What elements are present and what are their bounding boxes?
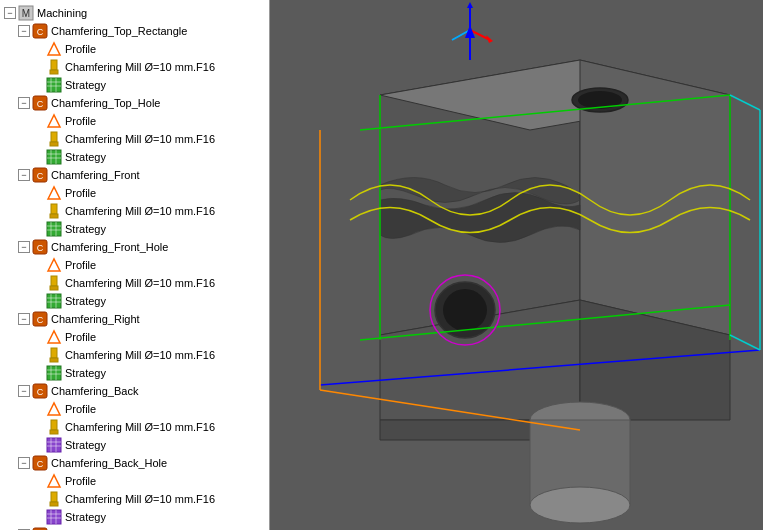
- svg-marker-24: [48, 187, 60, 199]
- svg-rect-36: [50, 286, 58, 290]
- strategy-label-0: Strategy: [65, 79, 106, 91]
- mill-item-2[interactable]: Chamfering Mill Ø=10 mm.F16: [0, 202, 269, 220]
- svg-rect-6: [50, 70, 58, 74]
- mill-item-1[interactable]: Chamfering Mill Ø=10 mm.F16: [0, 130, 269, 148]
- svg-text:M: M: [22, 8, 30, 19]
- expand-icon-3[interactable]: −: [18, 241, 30, 253]
- profile-item-6[interactable]: Profile: [0, 472, 269, 490]
- svg-rect-27: [47, 222, 61, 236]
- expand-icon-1[interactable]: −: [18, 97, 30, 109]
- tree-panel[interactable]: − M Machining − C Chamfering_Top_Rectang…: [0, 0, 270, 530]
- group-item-1[interactable]: − C Chamfering_Top_Hole: [0, 94, 269, 112]
- svg-point-100: [530, 487, 630, 523]
- strategy-icon-1: [46, 149, 62, 165]
- expand-icon-root[interactable]: −: [4, 7, 16, 19]
- mill-item-0[interactable]: Chamfering Mill Ø=10 mm.F16: [0, 58, 269, 76]
- svg-rect-47: [47, 366, 61, 380]
- profile-item-5[interactable]: Profile: [0, 400, 269, 418]
- svg-marker-64: [48, 475, 60, 487]
- profile-label-1: Profile: [65, 115, 96, 127]
- group-item-2[interactable]: − C Chamfering_Front: [0, 166, 269, 184]
- spacer-0: [32, 43, 44, 55]
- mill-label-2: Chamfering Mill Ø=10 mm.F16: [65, 205, 215, 217]
- chamfer-icon-0: C: [32, 23, 48, 39]
- strategy-item-1[interactable]: Strategy: [0, 148, 269, 166]
- mill-label-1: Chamfering Mill Ø=10 mm.F16: [65, 133, 215, 145]
- mill-item-4[interactable]: Chamfering Mill Ø=10 mm.F16: [0, 346, 269, 364]
- 3d-viewport[interactable]: [270, 0, 763, 530]
- machining-icon: M: [18, 5, 34, 21]
- expand-icon-0[interactable]: −: [18, 25, 30, 37]
- svg-rect-45: [51, 348, 57, 358]
- strategy-item-2[interactable]: Strategy: [0, 220, 269, 238]
- svg-rect-37: [47, 294, 61, 308]
- expand-icon-5[interactable]: −: [18, 385, 30, 397]
- svg-rect-55: [51, 420, 57, 430]
- profile-icon-3: [46, 257, 62, 273]
- profile-icon-0: [46, 41, 62, 57]
- expand-icon-6[interactable]: −: [18, 457, 30, 469]
- profile-item-3[interactable]: Profile: [0, 256, 269, 274]
- chamfer-icon-6: C: [32, 455, 48, 471]
- svg-rect-5: [51, 60, 57, 70]
- profile-icon-2: [46, 185, 62, 201]
- profile-item-4[interactable]: Profile: [0, 328, 269, 346]
- profile-item-1[interactable]: Profile: [0, 112, 269, 130]
- profile-label-6: Profile: [65, 475, 96, 487]
- mill-icon-2: [46, 203, 62, 219]
- strategy-icon-0: [46, 77, 62, 93]
- profile-label-4: Profile: [65, 331, 96, 343]
- chamfer-icon-4: C: [32, 311, 48, 327]
- group-item-0[interactable]: − C Chamfering_Top_Rectangle: [0, 22, 269, 40]
- strategy-item-4[interactable]: Strategy: [0, 364, 269, 382]
- expand-icon-4[interactable]: −: [18, 313, 30, 325]
- group-item-4[interactable]: − C Chamfering_Right: [0, 310, 269, 328]
- svg-rect-15: [51, 132, 57, 142]
- profile-label-0: Profile: [65, 43, 96, 55]
- profile-icon-1: [46, 113, 62, 129]
- group-label-2: Chamfering_Front: [51, 169, 140, 181]
- profile-label-2: Profile: [65, 187, 96, 199]
- svg-text:C: C: [37, 315, 44, 325]
- svg-marker-34: [48, 259, 60, 271]
- group-label-0: Chamfering_Top_Rectangle: [51, 25, 187, 37]
- group-item-5[interactable]: − C Chamfering_Back: [0, 382, 269, 400]
- tree-root[interactable]: − M Machining: [0, 4, 269, 22]
- mill-item-6[interactable]: Chamfering Mill Ø=10 mm.F16: [0, 490, 269, 508]
- expand-icon-2[interactable]: −: [18, 169, 30, 181]
- svg-text:C: C: [37, 171, 44, 181]
- group-item-6[interactable]: − C Chamfering_Back_Hole: [0, 454, 269, 472]
- svg-rect-66: [50, 502, 58, 506]
- profile-item-0[interactable]: Profile: [0, 40, 269, 58]
- svg-rect-25: [51, 204, 57, 214]
- svg-marker-44: [48, 331, 60, 343]
- mill-icon-0: [46, 59, 62, 75]
- strategy-item-5[interactable]: Strategy: [0, 436, 269, 454]
- strategy-icon-4: [46, 365, 62, 381]
- strategy-item-0[interactable]: Strategy: [0, 76, 269, 94]
- svg-rect-65: [51, 492, 57, 502]
- 3d-scene-svg: [270, 0, 763, 530]
- group-label-6: Chamfering_Back_Hole: [51, 457, 167, 469]
- svg-rect-56: [50, 430, 58, 434]
- group-item-3[interactable]: − C Chamfering_Front_Hole: [0, 238, 269, 256]
- strategy-label-1: Strategy: [65, 151, 106, 163]
- group-label-1: Chamfering_Top_Hole: [51, 97, 160, 109]
- mill-item-3[interactable]: Chamfering Mill Ø=10 mm.F16: [0, 274, 269, 292]
- group-item-7[interactable]: − C Chamfering_Left: [0, 526, 269, 530]
- root-label: Machining: [37, 7, 87, 19]
- mill-icon-1: [46, 131, 62, 147]
- strategy-item-3[interactable]: Strategy: [0, 292, 269, 310]
- profile-item-2[interactable]: Profile: [0, 184, 269, 202]
- svg-rect-17: [47, 150, 61, 164]
- strategy-label-3: Strategy: [65, 295, 106, 307]
- strategy-item-6[interactable]: Strategy: [0, 508, 269, 526]
- mill-icon-6: [46, 491, 62, 507]
- mill-item-5[interactable]: Chamfering Mill Ø=10 mm.F16: [0, 418, 269, 436]
- svg-rect-26: [50, 214, 58, 218]
- svg-point-97: [443, 289, 487, 331]
- profile-label-3: Profile: [65, 259, 96, 271]
- mill-label-5: Chamfering Mill Ø=10 mm.F16: [65, 421, 215, 433]
- svg-rect-35: [51, 276, 57, 286]
- strategy-label-2: Strategy: [65, 223, 106, 235]
